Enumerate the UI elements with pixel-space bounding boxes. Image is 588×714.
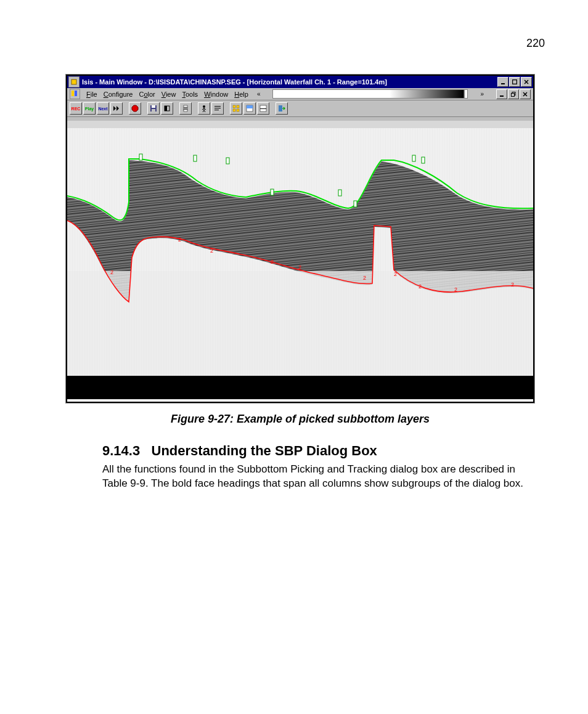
text-icon: [214, 105, 221, 112]
close-button[interactable]: [521, 77, 532, 87]
maximize-icon: [512, 79, 517, 84]
window-title-bar: Isis - Main Window - D:\ISISDATA\CHINASN…: [67, 76, 533, 88]
toggle-button[interactable]: [161, 102, 173, 115]
record-button[interactable]: REC: [70, 102, 82, 115]
section-number: 9.14.3: [102, 443, 140, 458]
menu-view[interactable]: View: [161, 91, 176, 98]
svg-rect-10: [152, 105, 155, 108]
document-page: 220 Isis - Main Window - D:\ISISDATA\CHI…: [0, 0, 588, 714]
mdi-close-button[interactable]: [520, 89, 531, 99]
menu-help[interactable]: Help: [234, 91, 248, 98]
svg-text:2: 2: [454, 286, 457, 293]
menu-tools[interactable]: Tools: [182, 91, 198, 98]
minimize-button[interactable]: [497, 77, 508, 87]
svg-rect-13: [165, 106, 167, 111]
next-button[interactable]: Next: [97, 102, 109, 115]
menu-bar: File Configure Color View Tools Window H…: [67, 88, 533, 100]
restore-icon: [511, 92, 516, 97]
isis-app-window: Isis - Main Window - D:\ISISDATA\CHINASN…: [66, 75, 534, 403]
svg-text:2: 2: [110, 269, 113, 275]
minimize-icon: [500, 79, 505, 84]
section-heading: 9.14.3 Understanding the SBP Dialog Box: [102, 443, 545, 459]
waterfall-icon: [246, 105, 253, 112]
svg-rect-16: [184, 110, 187, 112]
svg-rect-23: [233, 109, 235, 112]
menu-file[interactable]: File: [86, 91, 97, 98]
fast-forward-icon: [113, 105, 120, 112]
app-icon: [68, 76, 80, 87]
toolbar: REC Play Next: [67, 100, 533, 117]
print-button[interactable]: [179, 102, 192, 115]
svg-text:2: 2: [298, 264, 301, 270]
svg-rect-15: [184, 105, 187, 107]
close-icon: [524, 79, 529, 84]
menu-color[interactable]: Color: [139, 91, 155, 98]
color-palette-bar[interactable]: [272, 89, 468, 99]
svg-rect-26: [247, 105, 253, 108]
printer-icon: [182, 105, 189, 112]
menu-configure[interactable]: Configure: [104, 91, 133, 98]
svg-rect-22: [237, 105, 239, 108]
window-title: Isis - Main Window - D:\ISISDATA\CHINASN…: [82, 78, 497, 86]
menu-window[interactable]: Window: [204, 91, 228, 98]
section-title: Understanding the SBP Dialog Box: [152, 443, 377, 458]
svg-rect-43: [67, 399, 533, 402]
close-icon: [523, 92, 528, 97]
svg-rect-0: [71, 79, 76, 84]
text-button[interactable]: [211, 102, 224, 115]
svg-rect-7: [512, 93, 515, 96]
svg-text:2: 2: [210, 248, 213, 254]
svg-text:2: 2: [419, 283, 422, 290]
section-body-text: All the functions found in the Subbottom…: [102, 463, 534, 491]
svg-text:2: 2: [363, 275, 366, 281]
minimize-icon: [499, 92, 504, 97]
svg-rect-41: [67, 271, 533, 376]
palette-next-button[interactable]: »: [478, 91, 486, 97]
svg-rect-21: [233, 105, 235, 108]
sonar-waterfall-display[interactable]: 2 2 2 2 2 2 2 2 2 2: [67, 117, 533, 402]
svg-rect-45: [194, 155, 197, 161]
svg-text:2: 2: [394, 271, 397, 277]
exit-button[interactable]: [276, 102, 288, 115]
split-icon: [259, 105, 267, 112]
system-menu-icon[interactable]: [70, 89, 80, 99]
svg-rect-44: [139, 154, 142, 160]
save-button[interactable]: [147, 102, 160, 115]
svg-rect-42: [67, 376, 533, 399]
svg-rect-24: [237, 109, 239, 112]
grid-button[interactable]: [230, 102, 242, 115]
stop-icon: [131, 105, 139, 112]
menu-window-label: indow: [211, 91, 229, 98]
svg-rect-39: [67, 117, 533, 121]
svg-rect-1: [501, 83, 505, 84]
grid-icon: [232, 105, 240, 112]
play-button[interactable]: Play: [83, 102, 96, 115]
mdi-control-group: [496, 89, 531, 99]
palette-prev-button[interactable]: «: [255, 91, 263, 97]
waterfall-button[interactable]: [243, 102, 256, 115]
mdi-restore-button[interactable]: [508, 89, 519, 99]
svg-rect-50: [412, 155, 415, 161]
svg-rect-49: [354, 201, 357, 207]
fast-forward-button[interactable]: [110, 102, 123, 115]
toggle-icon: [163, 105, 171, 112]
maximize-button[interactable]: [509, 77, 520, 87]
menu-help-label: elp: [239, 91, 248, 98]
stop-button[interactable]: [129, 102, 141, 115]
svg-text:2: 2: [178, 237, 181, 243]
svg-rect-11: [152, 109, 155, 112]
menu-file-label: ile: [91, 91, 97, 98]
svg-rect-4: [75, 91, 77, 96]
person-button[interactable]: [198, 102, 210, 115]
mdi-minimize-button[interactable]: [496, 89, 507, 99]
door-icon: [278, 105, 285, 112]
split-button[interactable]: [257, 102, 269, 115]
person-icon: [200, 105, 208, 112]
svg-rect-29: [279, 105, 282, 112]
svg-rect-2: [513, 80, 517, 84]
svg-rect-28: [260, 108, 266, 109]
menu-configure-label: onfigure: [108, 91, 133, 98]
svg-rect-51: [422, 157, 425, 163]
menu-color-label: lor: [148, 91, 155, 98]
svg-rect-3: [71, 91, 74, 96]
